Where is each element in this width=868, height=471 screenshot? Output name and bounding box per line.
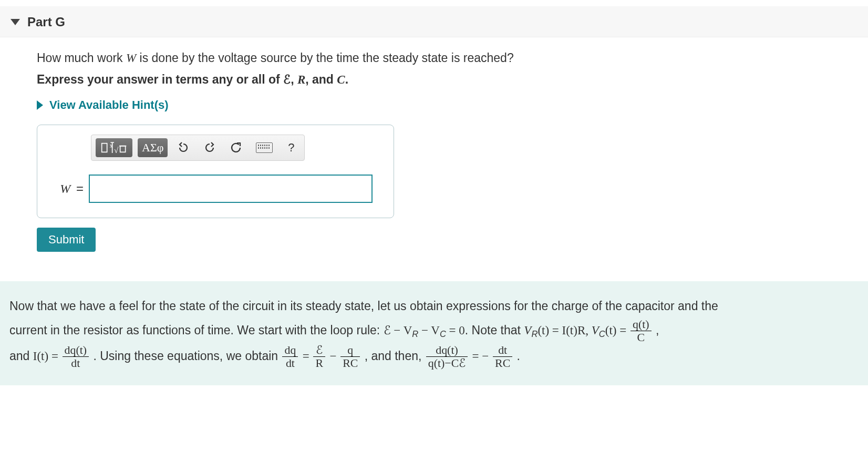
keyboard-icon	[256, 142, 273, 153]
help-button[interactable]: ?	[282, 138, 300, 157]
exp-minus2: −	[329, 349, 339, 362]
exp-vr: V	[524, 323, 531, 336]
greek-button[interactable]: ΑΣφ	[138, 138, 168, 157]
frac-num: dt	[493, 344, 512, 357]
redo-button[interactable]	[199, 138, 220, 157]
frac-left: dq(t)q(t)−Cℰ	[426, 344, 468, 370]
instr-pre: Express your answer in terms any or all …	[37, 73, 283, 86]
templates-button[interactable]: x √	[96, 138, 132, 157]
exp-andI: and	[9, 349, 33, 362]
instr-s2: , and	[305, 73, 337, 86]
expand-icon	[37, 100, 43, 110]
lhs-label: W =	[47, 181, 84, 196]
exp-vct: (t) =	[605, 323, 629, 336]
frac-right: dtRC	[493, 344, 512, 370]
question-text: How much work W is done by the voltage s…	[37, 51, 831, 65]
view-hints-button[interactable]: View Available Hint(s)	[37, 98, 831, 112]
exp-eq: =	[303, 349, 313, 362]
q-post: is done by the voltage source by the tim…	[136, 51, 514, 65]
instruction-text: Express your answer in terms any or all …	[37, 73, 831, 87]
frac-q-over-RC: qRC	[340, 344, 360, 370]
exp-vrsub: R	[531, 329, 538, 339]
top-links: Constants | Periodic Table	[0, 0, 868, 6]
frac-den: C	[631, 331, 652, 344]
part-title: Part G	[27, 15, 65, 29]
part-content: How much work W is done by the voltage s…	[0, 37, 868, 257]
frac-num: dq(t)	[63, 344, 89, 357]
submit-button[interactable]: Submit	[37, 228, 96, 252]
svg-text:√: √	[114, 146, 119, 155]
frac-e-over-R: ℰR	[313, 344, 325, 370]
q-pre: How much work	[37, 51, 126, 65]
exp-subC: C	[440, 329, 446, 339]
part-header[interactable]: Part G	[0, 6, 868, 37]
instr-v3: C	[337, 73, 345, 86]
collapse-icon	[11, 19, 20, 25]
answer-box: x √ ΑΣφ ? W	[37, 125, 394, 218]
exp-note: . Note that	[465, 323, 524, 336]
exp-vrt: (t) = I(t)R,	[538, 323, 591, 336]
hints-label: View Available Hint(s)	[49, 98, 169, 112]
svg-rect-0	[102, 144, 107, 152]
equation-toolbar: x √ ΑΣφ ?	[91, 135, 305, 161]
undo-button[interactable]	[173, 138, 194, 157]
exp-using: . Using these equations, we obtain	[93, 349, 281, 362]
exp-minus: − V	[418, 323, 440, 336]
exp-eqneg: = −	[472, 349, 492, 362]
instr-end: .	[345, 73, 348, 86]
frac-num: dq(t)	[426, 344, 468, 357]
frac-den: q(t)−Cℰ	[426, 357, 468, 370]
exp-loop: ℰ − V	[384, 323, 412, 336]
exp-eq0: = 0	[446, 323, 465, 336]
exp-vc: V	[592, 323, 599, 336]
frac-den: R	[313, 357, 325, 370]
exp-l2a: current in the resistor as functions of …	[9, 323, 384, 336]
exp-period: .	[517, 349, 520, 362]
instr-s1: ,	[291, 73, 297, 86]
frac-num: q(t)	[631, 318, 652, 331]
q-var: W	[126, 52, 136, 65]
exp-subR: R	[412, 329, 418, 339]
answer-input[interactable]	[89, 175, 373, 203]
frac-num: q	[340, 344, 360, 357]
frac-den: dt	[63, 357, 89, 370]
frac-qt-over-C: q(t)C	[631, 318, 652, 344]
exp-comma1: ,	[656, 323, 659, 336]
lhs-var: W	[60, 182, 70, 196]
reset-button[interactable]	[225, 138, 246, 157]
input-row: W =	[47, 175, 384, 203]
keyboard-button[interactable]	[252, 138, 277, 157]
eq-sign: =	[73, 181, 84, 196]
exp-It: I(t) =	[33, 349, 61, 362]
frac-num: ℰ	[313, 344, 325, 357]
instr-v1: ℰ	[283, 73, 291, 86]
exp-l1: Now that we have a feel for the state of…	[9, 299, 718, 313]
frac-den: dt	[282, 357, 298, 370]
frac-dqdt: dqdt	[282, 344, 298, 370]
svg-rect-3	[120, 146, 126, 152]
frac-dq-over-dt: dq(t)dt	[63, 344, 89, 370]
instr-v2: R	[297, 73, 305, 86]
frac-den: RC	[340, 357, 360, 370]
exp-then: , and then,	[365, 349, 425, 362]
frac-num: dq	[282, 344, 298, 357]
exp-vcsub: C	[599, 329, 605, 339]
frac-den: RC	[493, 357, 512, 370]
explanation-panel: Now that we have a feel for the state of…	[0, 281, 868, 385]
